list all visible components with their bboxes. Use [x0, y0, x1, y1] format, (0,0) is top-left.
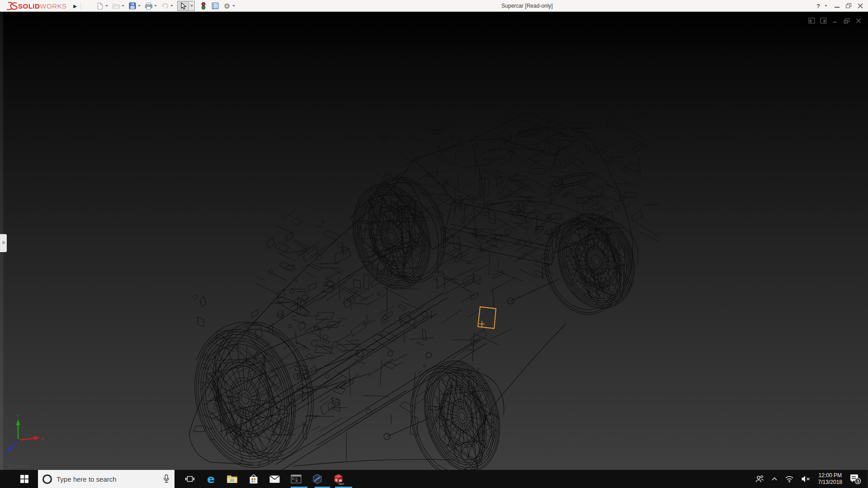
cmd-prompt-text: C:\ — [292, 477, 297, 481]
new-dropdown-caret[interactable] — [105, 5, 108, 7]
options-dropdown-caret[interactable] — [232, 5, 235, 7]
file-properties-button[interactable] — [210, 1, 220, 11]
undo-button[interactable] — [160, 1, 170, 11]
command-prompt-icon: C:\ — [291, 474, 302, 483]
view-orientation-label: *Dimetric — [5, 463, 30, 469]
store-button[interactable] — [243, 470, 264, 488]
command-prompt-button[interactable]: C:\ — [285, 470, 307, 488]
undo-dropdown-caret[interactable] — [170, 5, 173, 7]
taskbar-app-icons: e — [179, 470, 349, 488]
triad-z-label: Z — [3, 452, 6, 457]
doc-minimize-button[interactable] — [829, 16, 841, 25]
clock-time: 12:00 PM — [818, 472, 842, 479]
help-button[interactable]: ? — [812, 1, 824, 11]
sw-year: 2017 — [339, 482, 344, 485]
task-view-button[interactable] — [179, 470, 200, 488]
select-cursor-icon — [180, 2, 186, 10]
car-wireframe: YXZ*Dimetric — [0, 12, 868, 470]
toolbar-separator — [80, 2, 81, 10]
file-explorer-icon — [226, 474, 238, 484]
edge-button[interactable]: e — [200, 470, 222, 488]
wifi-icon — [785, 475, 794, 483]
select-dropdown-caret[interactable] — [189, 1, 194, 10]
restore-button[interactable] — [843, 1, 854, 11]
task-view-icon — [185, 475, 195, 483]
action-center-button[interactable]: 3 — [846, 470, 868, 488]
triad-y-label: Y — [16, 414, 19, 418]
gear-icon: ⚙ — [224, 2, 230, 10]
select-tool-button[interactable] — [178, 2, 189, 10]
file-explorer-button[interactable] — [222, 470, 243, 488]
open-folder-icon — [112, 2, 120, 9]
pane-right-icon — [820, 18, 827, 24]
help-dropdown-caret[interactable] — [825, 5, 827, 7]
print-button[interactable] — [144, 1, 154, 11]
hexagon-app-button[interactable] — [307, 470, 328, 488]
wifi-button[interactable] — [781, 470, 797, 488]
chevron-up-icon — [771, 477, 778, 481]
restore-icon — [846, 3, 851, 9]
menu-flyout-arrow[interactable]: ▶ — [71, 1, 79, 10]
doc-close-button[interactable] — [853, 16, 864, 25]
featuremanager-collapsed-tab[interactable] — [0, 234, 7, 252]
solidworks-logo-icon — [5, 1, 18, 11]
mail-icon — [269, 475, 280, 483]
featuremanager-tab-dot — [2, 241, 5, 244]
window-controls: ? — [812, 0, 866, 12]
solidworks-logo: SOLIDWORKS — [5, 0, 67, 12]
file-properties-icon — [212, 2, 219, 9]
volume-button[interactable] — [797, 470, 815, 488]
selection-box — [478, 307, 496, 328]
notification-badge: 3 — [857, 479, 859, 483]
clock-date: 7/13/2018 — [818, 479, 842, 486]
store-icon — [248, 474, 259, 484]
edge-icon: e — [207, 474, 215, 485]
save-icon — [129, 2, 136, 9]
doc-close-icon — [856, 18, 861, 23]
stoplight-icon — [201, 2, 206, 10]
minimize-button[interactable] — [831, 1, 843, 11]
new-document-button[interactable] — [95, 1, 105, 11]
microphone-icon[interactable] — [163, 474, 170, 484]
open-button[interactable] — [111, 1, 121, 11]
action-center-icon: 3 — [849, 473, 861, 485]
mail-button[interactable] — [264, 470, 285, 488]
document-window-controls — [806, 16, 864, 25]
close-button[interactable] — [854, 1, 866, 11]
pane-left-icon — [808, 18, 815, 24]
doc-minimize-icon — [832, 18, 838, 23]
close-icon — [858, 3, 863, 9]
print-dropdown-caret[interactable] — [154, 5, 157, 7]
orientation-triad[interactable]: YXZ — [3, 414, 44, 457]
people-icon — [755, 475, 764, 483]
search-input[interactable] — [57, 475, 163, 483]
save-button[interactable] — [127, 1, 137, 11]
print-icon — [145, 2, 153, 10]
pane-right-button[interactable] — [817, 16, 829, 25]
brand-text: SOLIDWORKS — [18, 2, 67, 10]
doc-restore-button[interactable] — [841, 16, 853, 25]
solidworks-app-button[interactable]: S W 2017 — [328, 470, 349, 488]
quick-access-toolbar: ⚙ — [93, 0, 236, 12]
graphics-area[interactable]: YXZ*Dimetric — [0, 12, 868, 470]
titlebar: SOLIDWORKS ▶ — [0, 0, 868, 12]
people-button[interactable] — [751, 470, 768, 488]
solidworks-app-icon: S W 2017 — [333, 474, 344, 485]
pane-left-button[interactable] — [806, 16, 817, 25]
sw-letter-s: S — [335, 478, 338, 482]
volume-muted-icon — [801, 475, 811, 483]
options-button[interactable]: ⚙ — [222, 1, 232, 11]
help-icon: ? — [816, 3, 820, 9]
cortana-icon[interactable] — [42, 474, 52, 484]
minimize-icon — [835, 7, 840, 8]
show-hidden-icons-button[interactable] — [768, 470, 781, 488]
start-button[interactable] — [11, 470, 38, 488]
hexagon-app-icon — [312, 474, 323, 484]
doc-restore-icon — [844, 18, 850, 24]
taskbar-clock[interactable]: 12:00 PM 7/13/2018 — [815, 472, 846, 486]
windows-taskbar: e — [0, 470, 868, 488]
open-dropdown-caret[interactable] — [122, 5, 124, 7]
save-dropdown-caret[interactable] — [138, 5, 141, 7]
stoplight-button[interactable] — [198, 1, 208, 11]
windows-logo-icon — [20, 475, 28, 483]
